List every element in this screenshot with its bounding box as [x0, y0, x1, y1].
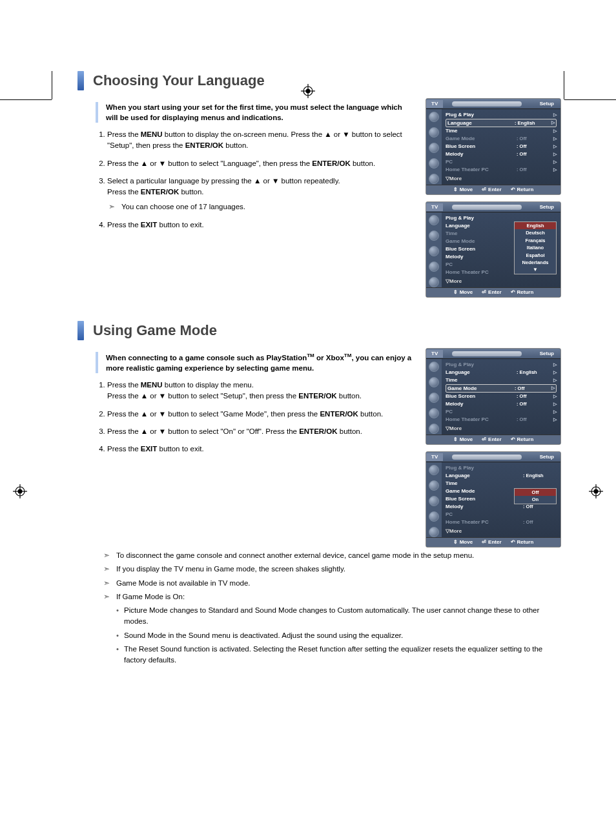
osd-category-icon [429, 393, 439, 403]
trademark-icon: TM [344, 353, 352, 358]
osd-header-pill [452, 101, 522, 107]
registration-mark-icon [589, 484, 603, 498]
page-title: Choosing Your Language [93, 73, 265, 88]
crop-mark [0, 99, 52, 100]
osd-row-disabled: Plug & Play [446, 464, 557, 472]
osd-category-icon [429, 246, 439, 256]
chevron-right-icon: ▷ [550, 417, 557, 423]
osd-menu-list: Plug & Play▷ Language: English▷ Time▷ Ga… [442, 109, 560, 185]
bullet-item: Picture Mode changes to Standard and Sou… [116, 605, 561, 628]
bullet-item: The Reset Sound function is activated. S… [116, 644, 561, 666]
osd-row-disabled: Home Theater PC: Off▷ [446, 166, 557, 174]
osd-title: Setup [540, 101, 560, 107]
osd-footer: ⇕Move ⏎Enter ↶Return [426, 185, 560, 194]
osd-category-icon [429, 480, 439, 491]
section1-intro: When you start using your set for the fi… [96, 102, 415, 123]
chevron-down-icon: ▼ [515, 266, 556, 274]
osd-title: Setup [540, 204, 560, 210]
osd-header-pill [452, 205, 522, 210]
section1-columns: When you start using your set for the fi… [77, 98, 561, 298]
osd-row: Time▷ [446, 376, 557, 384]
section2-screenshots: TV Setup Plug & Play▷ [426, 348, 561, 548]
osd-category-icon [429, 424, 439, 434]
chevron-right-icon: ▷ [550, 378, 557, 384]
heading-bar-icon [77, 321, 84, 340]
osd-footer: ⇕Move ⏎Enter ↶Return [426, 537, 560, 547]
return-icon: ↶ [511, 289, 515, 295]
osd-header: TV Setup [426, 99, 560, 109]
osd-header: TV Setup [426, 349, 560, 359]
osd-row-selected: Game Mode: Off▷ [446, 384, 557, 393]
chevron-right-icon: ▷ [550, 112, 557, 118]
osd-setup-gamemode-highlighted: TV Setup Plug & Play▷ [426, 348, 561, 445]
chevron-right-icon: ▷ [548, 385, 555, 391]
osd-gamemode-dropdown: OffOn [514, 488, 557, 504]
osd-body: Plug & Play Language: Time Game Mode: Bl… [426, 212, 560, 287]
osd-category-icon [429, 362, 439, 372]
heading-bar-icon [77, 71, 84, 90]
osd-header: TV Setup [426, 452, 560, 462]
osd-language-dropdown: EnglishDeutschFrançaisItalianoEspañolNed… [514, 221, 557, 274]
osd-dropdown-option: English [515, 222, 556, 229]
osd-row-selected: Language: English▷ [446, 119, 557, 127]
osd-tv-label: TV [426, 453, 443, 461]
chevron-right-icon: ▷ [550, 402, 557, 407]
osd-row-disabled: PC▷ [446, 158, 557, 166]
osd-category-icon [429, 277, 439, 287]
page-sheet: Choosing Your Language When you start us… [0, 71, 616, 840]
osd-footer: ⇕Move ⏎Enter ↶Return [426, 287, 560, 297]
return-icon: ↶ [511, 187, 515, 192]
osd-row: Language: English▷ [446, 369, 557, 376]
osd-body: Plug & Play Language: English Time Game … [426, 462, 560, 537]
osd-icon-column [426, 212, 442, 287]
page-body: Choosing Your Language When you start us… [77, 71, 561, 666]
osd-row-disabled: PC▷ [446, 408, 557, 416]
note-item: To disconnect the game console and conne… [103, 550, 561, 561]
step-item: Press the EXIT button to exit. [107, 444, 415, 455]
updown-icon: ⇕ [453, 289, 458, 295]
page-title: Using Game Mode [93, 323, 217, 338]
osd-more: ▽More [446, 528, 557, 535]
osd-more: ▽More [446, 175, 557, 183]
enter-icon: ⏎ [482, 187, 486, 192]
section1-screenshots: TV Setup Plug & Play▷ [426, 98, 561, 298]
step-item: Press the EXIT button to exit. [107, 220, 415, 230]
osd-row-disabled: Home Theater PC: Off▷ [446, 416, 557, 424]
osd-category-icon [429, 496, 439, 506]
osd-icon-column [426, 109, 442, 185]
osd-row: Time▷ [446, 127, 557, 135]
chevron-right-icon: ▷ [550, 144, 557, 150]
step-item: Press the ▲ or ▼ button to select "On" o… [107, 426, 415, 437]
osd-row: Melody: Off▷ [446, 150, 557, 158]
osd-category-icon [429, 143, 439, 153]
osd-category-icon [429, 261, 439, 272]
osd-row-disabled: Plug & Play▷ [446, 361, 557, 369]
section2-text: When connecting to a game console such a… [77, 348, 415, 461]
chevron-right-icon: ▷ [550, 159, 557, 165]
osd-category-icon [429, 158, 439, 169]
osd-dropdown-option: On [515, 496, 556, 503]
osd-tv-label: TV [426, 350, 443, 358]
osd-row: Plug & Play▷ [446, 111, 557, 119]
osd-more: ▽More [446, 425, 557, 433]
osd-dropdown-option: Off [515, 489, 556, 496]
osd-category-icon [429, 230, 439, 241]
section2-notes: To disconnect the game console and conne… [103, 550, 561, 666]
step-sublist: You can choose one of 17 languages. [108, 201, 415, 212]
step-item: Select a particular language by pressing… [107, 176, 415, 213]
enter-icon: ⏎ [482, 539, 486, 545]
osd-dropdown-option: Deutsch [515, 229, 556, 236]
return-icon: ↶ [511, 539, 515, 545]
chevron-right-icon: ▷ [550, 370, 557, 376]
osd-icon-column [426, 359, 442, 435]
crop-mark [564, 99, 616, 100]
crop-mark [564, 71, 564, 99]
chevron-right-icon: ▷ [548, 120, 555, 126]
section2-bullets: Picture Mode changes to Standard and Sou… [116, 605, 561, 666]
osd-category-icon [429, 127, 439, 138]
osd-row: Melody: Off [446, 503, 557, 511]
crop-mark [52, 71, 52, 99]
enter-icon: ⏎ [482, 289, 486, 295]
osd-body: Plug & Play▷ Language: English▷ Time▷ Ga… [426, 359, 560, 435]
osd-header: TV Setup [426, 202, 560, 212]
